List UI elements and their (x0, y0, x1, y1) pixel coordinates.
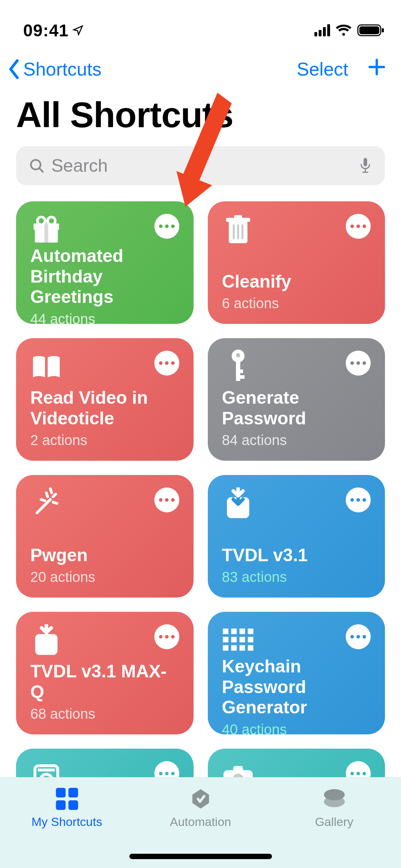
shortcut-tile[interactable]: Keychain Password Generator 40 actions (208, 612, 385, 734)
tile-title: TVDL v3.1 (222, 545, 371, 566)
tile-more-button[interactable] (154, 351, 179, 376)
svg-rect-4 (364, 158, 367, 166)
page-title: All Shortcuts (0, 86, 401, 146)
plus-icon (366, 56, 387, 78)
svg-rect-20 (236, 370, 243, 373)
status-time: 09:41 (23, 21, 84, 40)
tile-more-button[interactable] (154, 214, 179, 239)
svg-rect-23 (223, 629, 228, 634)
svg-rect-22 (35, 634, 58, 655)
svg-rect-33 (239, 645, 245, 651)
back-label: Shortcuts (23, 58, 102, 80)
tile-subtitle: 40 actions (222, 722, 371, 738)
tile-subtitle: 84 actions (222, 432, 371, 448)
tile-subtitle: 2 actions (30, 432, 179, 448)
tile-more-button[interactable] (346, 351, 371, 376)
cellular-icon (314, 24, 330, 36)
tab-my-shortcuts[interactable]: My Shortcuts (1, 786, 133, 829)
tile-more-button[interactable] (154, 624, 179, 649)
svg-rect-7 (45, 223, 48, 243)
download-icon (30, 624, 62, 656)
search-input[interactable] (51, 155, 358, 176)
shortcut-tile[interactable]: Pwgen 20 actions (16, 475, 194, 598)
svg-rect-14 (237, 224, 239, 239)
shortcuts-grid: Automated Birthday Greetings 44 actions … (0, 185, 401, 808)
svg-rect-31 (223, 645, 228, 651)
search-field[interactable] (16, 146, 385, 185)
svg-rect-44 (68, 800, 78, 810)
gift-icon (30, 214, 62, 246)
tab-label: My Shortcuts (31, 815, 102, 829)
svg-rect-12 (234, 215, 242, 219)
svg-rect-26 (248, 629, 253, 634)
shortcut-tile[interactable]: Automated Birthday Greetings 44 actions (16, 201, 194, 324)
svg-point-8 (37, 217, 45, 225)
tile-more-button[interactable] (346, 487, 371, 512)
svg-rect-43 (56, 800, 65, 810)
location-icon (72, 25, 84, 36)
shortcut-tile[interactable]: TVDL v3.1 83 actions (208, 475, 385, 598)
svg-rect-30 (248, 637, 253, 642)
tile-title: Read Video in Videoticle (30, 388, 179, 429)
svg-rect-42 (68, 788, 78, 797)
tile-title: Keychain Password Generator (222, 656, 371, 718)
tile-title: TVDL v3.1 MAX-Q (30, 661, 179, 702)
tab-label: Gallery (315, 815, 354, 829)
nav-bar: Shortcuts Select (0, 50, 401, 86)
svg-rect-13 (233, 224, 235, 239)
add-button[interactable] (366, 56, 387, 82)
tile-title: Cleanify (222, 272, 371, 292)
chevron-left-icon (7, 59, 21, 79)
svg-rect-40 (233, 766, 243, 772)
svg-rect-19 (236, 375, 245, 379)
svg-rect-15 (241, 224, 243, 239)
gallery-icon (321, 786, 348, 811)
svg-rect-37 (38, 769, 55, 771)
tile-title: Pwgen (30, 545, 179, 566)
svg-rect-2 (382, 28, 384, 32)
svg-rect-1 (359, 26, 379, 34)
svg-rect-24 (231, 629, 237, 634)
my-shortcuts-icon (53, 786, 80, 811)
svg-rect-41 (56, 788, 65, 797)
shortcut-tile[interactable]: Cleanify 6 actions (208, 201, 385, 324)
tab-gallery[interactable]: Gallery (268, 786, 400, 829)
search-icon (29, 157, 45, 174)
dictation-icon[interactable] (358, 156, 372, 175)
tile-more-button[interactable] (346, 624, 371, 649)
tile-more-button[interactable] (154, 487, 179, 512)
svg-point-9 (48, 217, 56, 225)
svg-rect-27 (223, 637, 228, 642)
status-bar: 09:41 (0, 0, 401, 50)
tile-subtitle: 6 actions (222, 295, 371, 311)
automation-icon (187, 786, 214, 811)
key-icon (222, 351, 254, 383)
svg-rect-34 (248, 645, 253, 651)
shortcut-tile[interactable]: Generate Password 84 actions (208, 338, 385, 461)
tile-subtitle: 44 actions (30, 311, 179, 327)
tile-more-button[interactable] (346, 214, 371, 239)
book-icon (30, 351, 62, 383)
shortcut-tile[interactable]: TVDL v3.1 MAX-Q 68 actions (16, 612, 194, 734)
status-right (314, 24, 385, 37)
status-time-text: 09:41 (23, 21, 69, 40)
trash-icon (222, 214, 254, 246)
back-button[interactable]: Shortcuts (7, 58, 102, 80)
tile-subtitle: 83 actions (222, 569, 371, 585)
svg-rect-25 (239, 629, 245, 634)
svg-rect-28 (231, 637, 237, 642)
battery-icon (357, 24, 385, 37)
tile-subtitle: 68 actions (30, 706, 179, 722)
download-icon (222, 487, 254, 520)
tab-label: Automation (170, 815, 231, 829)
svg-point-46 (324, 796, 344, 807)
tab-automation[interactable]: Automation (134, 786, 267, 829)
home-indicator[interactable] (129, 854, 272, 859)
svg-rect-29 (239, 637, 245, 642)
tile-title: Automated Birthday Greetings (30, 246, 179, 308)
wifi-icon (335, 24, 352, 37)
wand-icon (30, 487, 62, 520)
select-button[interactable]: Select (297, 58, 348, 80)
shortcut-tile[interactable]: Read Video in Videoticle 2 actions (16, 338, 194, 461)
tile-title: Generate Password (222, 388, 371, 429)
